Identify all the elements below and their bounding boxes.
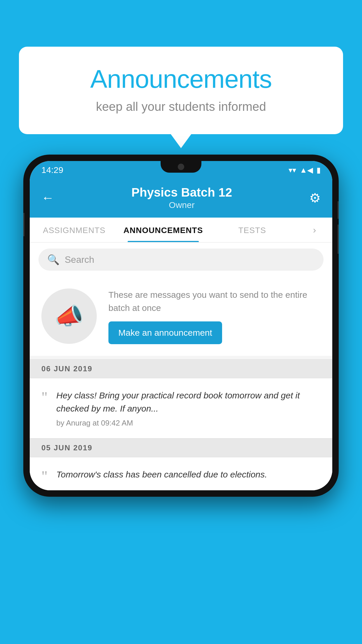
phone-body: 14:29 ▾▾ ▲◀ ▮ ← Physics Batch 12 Owner ⚙ <box>23 155 339 497</box>
bubble-subtitle: keep all your students informed <box>42 100 320 114</box>
header-title: Physics Batch 12 <box>131 186 232 200</box>
search-icon: 🔍 <box>47 254 59 265</box>
phone-notch <box>161 161 201 173</box>
megaphone-circle: 📣 <box>41 288 97 344</box>
empty-state: 📣 These are messages you want to send to… <box>30 276 332 356</box>
header-center: Physics Batch 12 Owner <box>131 186 232 210</box>
battery-icon: ▮ <box>317 166 321 175</box>
quote-icon-1: " <box>41 390 48 405</box>
content-area: 🔍 Search 📣 These are messages you want t… <box>30 243 332 490</box>
phone-side-button-left <box>23 213 24 236</box>
tab-bar: ASSIGNMENTS ANNOUNCEMENTS TESTS › <box>30 218 332 243</box>
search-placeholder: Search <box>65 254 94 265</box>
announcement-text-area-2: Tomorrow's class has been cancelled due … <box>56 468 321 484</box>
tab-tests[interactable]: TESTS <box>208 218 297 242</box>
megaphone-icon: 📣 <box>55 302 84 330</box>
date-separator-2: 05 JUN 2019 <box>30 438 332 457</box>
announcement-item-2[interactable]: " Tomorrow's class has been cancelled du… <box>30 457 332 490</box>
header-subtitle: Owner <box>131 200 232 210</box>
notch-camera <box>178 164 184 170</box>
phone-side-button-right-1 <box>338 201 339 219</box>
status-icons: ▾▾ ▲◀ ▮ <box>289 166 321 175</box>
quote-icon-2: " <box>41 469 48 484</box>
announcement-text-area-1: Hey class! Bring your practical record b… <box>56 389 321 428</box>
tab-assignments[interactable]: ASSIGNMENTS <box>30 218 119 242</box>
search-bar: 🔍 Search <box>30 243 332 276</box>
announcement-meta-1: by Anurag at 09:42 AM <box>56 419 321 428</box>
announcement-item-1[interactable]: " Hey class! Bring your practical record… <box>30 378 332 438</box>
phone-side-button-right-2 <box>338 225 339 254</box>
phone-screen: 14:29 ▾▾ ▲◀ ▮ ← Physics Batch 12 Owner ⚙ <box>30 161 332 490</box>
announcement-text-1: Hey class! Bring your practical record b… <box>56 389 321 415</box>
tab-announcements[interactable]: ANNOUNCEMENTS <box>119 218 208 242</box>
date-separator-1: 06 JUN 2019 <box>30 359 332 378</box>
back-button[interactable]: ← <box>41 190 54 205</box>
tab-more[interactable]: › <box>297 218 332 242</box>
status-time: 14:29 <box>41 165 63 175</box>
make-announcement-button[interactable]: Make an announcement <box>108 321 222 344</box>
empty-text-area: These are messages you want to send to t… <box>108 288 321 344</box>
bubble-title: Announcements <box>42 64 320 94</box>
search-input-wrapper[interactable]: 🔍 Search <box>38 249 324 271</box>
speech-bubble-card: Announcements keep all your students inf… <box>19 47 343 134</box>
speech-bubble-section: Announcements keep all your students inf… <box>19 47 343 134</box>
app-header: ← Physics Batch 12 Owner ⚙ <box>30 179 332 218</box>
empty-description: These are messages you want to send to t… <box>108 288 321 314</box>
settings-icon[interactable]: ⚙ <box>309 190 321 205</box>
wifi-icon: ▾▾ <box>289 166 296 175</box>
phone-mockup: 14:29 ▾▾ ▲◀ ▮ ← Physics Batch 12 Owner ⚙ <box>23 155 339 497</box>
signal-icon: ▲◀ <box>300 166 313 175</box>
announcement-text-2: Tomorrow's class has been cancelled due … <box>56 468 321 481</box>
